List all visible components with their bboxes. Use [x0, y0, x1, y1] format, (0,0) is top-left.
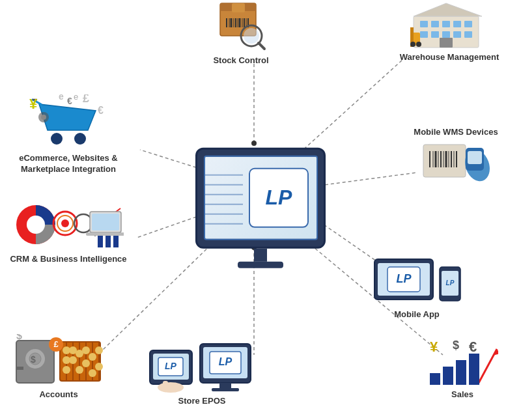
monitor-base — [238, 261, 283, 268]
svg-text:LP: LP — [265, 186, 292, 209]
svg-point-41 — [244, 28, 259, 44]
node-store-epos: LP LP Store EPOS — [143, 334, 260, 407]
svg-text:e: e — [74, 94, 78, 102]
svg-rect-54 — [464, 31, 472, 38]
svg-text:$: $ — [453, 339, 459, 352]
sales-icon: ¥ $ € — [410, 337, 514, 386]
svg-text:LP: LP — [396, 272, 412, 285]
svg-text:€: € — [67, 96, 72, 106]
svg-rect-45 — [420, 21, 428, 27]
accounts-label: Accounts — [7, 389, 111, 400]
svg-line-8 — [140, 150, 202, 169]
svg-rect-89 — [456, 360, 466, 385]
svg-point-127 — [95, 363, 103, 371]
svg-point-121 — [76, 366, 83, 374]
svg-text:¥: ¥ — [29, 96, 38, 112]
mobile-app-icon: LP LP — [365, 254, 469, 306]
svg-rect-46 — [431, 21, 439, 27]
svg-text:£: £ — [53, 339, 59, 349]
svg-text:LP: LP — [165, 361, 177, 371]
svg-point-95 — [158, 382, 184, 393]
svg-text:€: € — [98, 105, 104, 116]
store-epos-label: Store EPOS — [143, 396, 260, 407]
stock-control-icon — [189, 0, 293, 52]
monitor-body: LP — [195, 147, 326, 248]
svg-rect-52 — [442, 31, 450, 38]
svg-text:£: £ — [83, 94, 89, 105]
warehouse-icon — [384, 0, 514, 49]
mobile-wms-icon — [397, 138, 514, 184]
svg-text:LP: LP — [219, 356, 232, 367]
node-stock-control: Stock Control — [189, 0, 293, 66]
svg-rect-48 — [453, 21, 461, 27]
svg-rect-50 — [420, 31, 428, 38]
svg-point-59 — [416, 42, 421, 47]
ecommerce-icon: ¥ £ € € e e — [3, 94, 134, 150]
diagram-container: LP — [0, 0, 521, 420]
svg-rect-55 — [440, 38, 453, 48]
crm-label: CRM & Business Intelligence — [3, 254, 134, 265]
svg-rect-90 — [469, 354, 479, 385]
node-mobile-app: LP LP Mobile App — [365, 254, 469, 320]
node-ecommerce: ¥ £ € € e e eCommerce, Websites & Market… — [3, 94, 134, 175]
svg-rect-51 — [431, 31, 439, 38]
node-accounts: $ — [7, 334, 111, 400]
svg-text:¥: ¥ — [430, 339, 438, 355]
svg-rect-49 — [464, 21, 472, 27]
accounts-icon: $ — [7, 334, 111, 386]
svg-rect-144 — [86, 232, 124, 236]
crm-icon — [3, 199, 134, 251]
monitor-screen: LP — [204, 156, 318, 240]
svg-text:€: € — [469, 339, 477, 355]
svg-line-42 — [259, 43, 264, 49]
warehouse-label: Warehouse Management — [384, 52, 514, 63]
node-mobile-wms: Mobile WMS Devices — [397, 127, 514, 187]
svg-point-125 — [89, 369, 96, 377]
svg-rect-88 — [443, 367, 453, 385]
svg-text:e: e — [59, 94, 64, 102]
svg-line-1 — [300, 59, 404, 153]
sales-label: Sales — [410, 389, 514, 400]
stock-control-label: Stock Control — [189, 55, 293, 66]
center-monitor: LP — [195, 147, 326, 268]
svg-text:$: $ — [31, 354, 36, 365]
svg-point-122 — [82, 346, 90, 354]
svg-point-124 — [89, 353, 96, 361]
svg-point-133 — [27, 216, 45, 234]
svg-marker-44 — [414, 3, 482, 16]
svg-point-126 — [95, 346, 103, 354]
svg-point-119 — [69, 356, 77, 364]
svg-rect-28 — [232, 3, 245, 12]
node-sales: ¥ $ € Sales — [410, 337, 514, 400]
svg-point-146 — [74, 133, 86, 145]
store-epos-icon: LP LP — [143, 334, 260, 393]
svg-point-136 — [61, 219, 69, 227]
svg-rect-53 — [453, 31, 461, 38]
node-crm: CRM & Business Intelligence — [3, 199, 134, 265]
svg-line-7 — [137, 215, 202, 238]
svg-rect-47 — [442, 21, 450, 27]
svg-point-123 — [82, 359, 90, 367]
monitor-stand — [254, 248, 267, 261]
svg-point-9 — [251, 141, 257, 146]
svg-rect-101 — [219, 383, 231, 388]
svg-rect-106 — [17, 367, 23, 370]
svg-text:LP: LP — [446, 279, 455, 287]
svg-point-58 — [410, 42, 415, 47]
svg-rect-102 — [212, 388, 239, 391]
svg-rect-143 — [92, 214, 119, 231]
svg-point-155 — [41, 115, 46, 120]
mobile-wms-label: Mobile WMS Devices — [397, 127, 514, 138]
mobile-app-label: Mobile App — [365, 309, 469, 320]
svg-point-145 — [51, 133, 63, 145]
svg-rect-87 — [430, 373, 440, 385]
svg-rect-74 — [468, 151, 482, 164]
node-warehouse: Warehouse Management — [384, 0, 514, 63]
svg-text:$: $ — [16, 334, 22, 341]
svg-point-117 — [63, 366, 70, 374]
ecommerce-label: eCommerce, Websites & Marketplace Integr… — [3, 153, 134, 175]
svg-rect-96 — [163, 381, 168, 391]
